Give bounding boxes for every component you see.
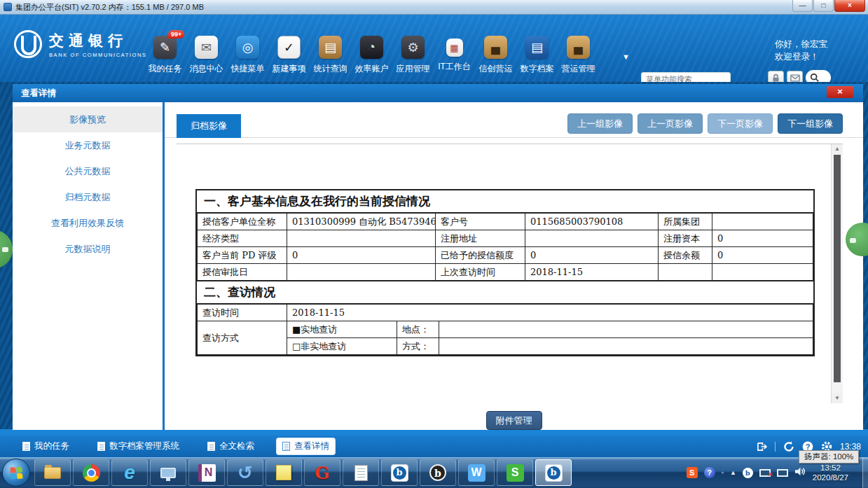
bocom-logo-icon: b xyxy=(391,464,408,482)
nav-item-quick-menu[interactable]: ◎ 快捷菜单 xyxy=(228,36,267,75)
nav-item-efficiency-account[interactable]: ◔ 效率账户 xyxy=(352,36,391,75)
envelope-icon: ✉ xyxy=(195,36,218,59)
next-page-button[interactable]: 下一页影像 xyxy=(708,113,773,134)
sidebar-item-public-metadata[interactable]: 公共元数据 xyxy=(13,158,163,184)
close-window-button[interactable]: × xyxy=(834,0,865,12)
apptab-view-detail[interactable]: 查看详情 xyxy=(277,438,335,454)
nav-item-operations-management[interactable]: ▄ 营运管理 xyxy=(559,36,598,75)
taskbar-swirl-app[interactable]: ↺ xyxy=(227,459,263,486)
logout-button[interactable] xyxy=(757,442,767,452)
bank-logo: 交通银行 BANK OF COMMUNICATIONS xyxy=(14,30,147,58)
statistics-icon: ▤ xyxy=(319,36,342,59)
scroll-up-arrow[interactable]: ▲ xyxy=(832,144,843,154)
taskbar-bocom-client[interactable]: b xyxy=(381,459,418,486)
document-icon xyxy=(97,442,105,451)
user-greeting: 你好，徐宏宝 欢迎登录！ xyxy=(775,38,827,63)
display-tray-icon[interactable] xyxy=(777,469,788,477)
taskbar-remote-desktop[interactable] xyxy=(150,459,186,486)
nav-item-new-item[interactable]: ✓ 新建事项 xyxy=(270,36,308,75)
desk-icon: ▄ xyxy=(484,36,507,59)
nav-item-message-center[interactable]: ✉ 消息中心 xyxy=(187,36,226,75)
monitor-icon xyxy=(160,468,176,478)
next-group-button[interactable]: 下一组影像 xyxy=(778,113,843,134)
taskbar-bocom-tool[interactable]: b xyxy=(420,459,456,486)
viewer-scrollbar[interactable]: ▲ ▼ xyxy=(831,144,843,403)
taskbar-wps-spreadsheet[interactable]: S xyxy=(497,459,533,486)
bank-name-cn: 交通银行 xyxy=(49,31,147,50)
checkmark-icon: ✓ xyxy=(277,36,301,59)
network-error-icon[interactable]: × xyxy=(759,469,771,477)
dialog-sidebar: 影像预览 业务元数据 公共元数据 归档元数据 查看利用效果反馈 元数据说明 xyxy=(13,102,163,430)
apptab-digital-archive-system[interactable]: 数字档案管理系统 xyxy=(92,438,185,454)
start-button[interactable] xyxy=(2,459,30,487)
tab-archived-image[interactable]: 归档影像 xyxy=(177,114,241,138)
taskbar-sticky-notes[interactable] xyxy=(266,459,302,486)
bocom-logo-icon: b xyxy=(545,464,563,482)
sidebar-item-usage-feedback[interactable]: 查看利用效果反馈 xyxy=(13,210,163,236)
taskbar-bocom-platform-active[interactable]: b xyxy=(535,459,572,486)
sidebar-item-image-preview[interactable]: 影像预览 xyxy=(13,106,163,132)
nav-item-digital-archive[interactable]: ▤ 数字档案 xyxy=(518,36,556,75)
dialog-close-button[interactable]: × xyxy=(827,86,853,98)
prev-group-button[interactable]: 上一组影像 xyxy=(567,113,633,134)
sidebar-item-archive-metadata[interactable]: 归档元数据 xyxy=(13,184,163,210)
g-logo-icon: G xyxy=(315,463,329,483)
image-viewer: 一、客户基本信息及在我行的当前授信情况 授信客户单位全称 01310300999… xyxy=(177,144,843,403)
taskbar-onenote[interactable]: N xyxy=(188,459,225,486)
bank-logo-icon xyxy=(14,30,42,58)
volume-icon[interactable] xyxy=(794,466,806,480)
doc-section2-title: 二、查访情况 xyxy=(197,281,813,304)
sidebar-item-metadata-notes[interactable]: 元数据说明 xyxy=(13,236,163,262)
nav-item-xinchuang-ops[interactable]: ▄ 信创营运 xyxy=(476,36,515,75)
taskbar-chrome[interactable] xyxy=(73,459,109,486)
system-clock[interactable]: 13:52 2020/8/27 xyxy=(813,463,848,482)
taskbar-wps-writer[interactable]: W xyxy=(458,459,495,486)
scrollbar-thumb[interactable] xyxy=(834,155,841,382)
nav-item-my-tasks[interactable]: ✎ 99+ 我的任务 xyxy=(146,36,184,75)
svg-text:?: ? xyxy=(806,442,811,451)
efficiency-icon: ◔ xyxy=(360,36,383,59)
nav-item-statistics-query[interactable]: ▤ 统计查询 xyxy=(311,36,350,75)
document-icon xyxy=(282,442,290,451)
nav-item-app-management[interactable]: ⚙ 应用管理 xyxy=(394,36,432,75)
tray-mini-icon[interactable]: ▫ xyxy=(722,469,724,476)
maximize-button[interactable]: □ xyxy=(813,0,834,12)
folder-icon xyxy=(44,467,61,479)
my-tasks-icon: ✎ xyxy=(153,36,177,59)
mail-icon xyxy=(790,74,800,82)
basic-info-table: 授信客户单位全称 01310300999 自动化 B5473946 客户号 01… xyxy=(197,213,813,281)
dialog-titlebar: 查看详情 × xyxy=(13,84,863,102)
minimize-button[interactable]: — xyxy=(792,0,813,12)
bocom-tray-icon[interactable]: b xyxy=(743,468,753,478)
table-row: 查访方式 ■实地查访 地点： xyxy=(198,321,813,338)
window-titlebar: 集团办公平台(SIT) v2.70.2 内存：155.1 MB / 297.0 … xyxy=(0,0,868,15)
nav-item-it-workbench[interactable]: ▦ IT工作台 xyxy=(435,36,474,75)
sogou-input-icon[interactable]: S xyxy=(687,467,698,478)
speaker-tooltip: 扬声器: 100% xyxy=(799,450,859,463)
show-desktop-button[interactable] xyxy=(862,457,868,488)
ie-icon: e xyxy=(124,463,135,482)
header-nav: ✎ 99+ 我的任务 ✉ 消息中心 ◎ 快捷菜单 ✓ 新建事项 ▤ 统计查询 ◔… xyxy=(146,36,600,75)
taskbar-internet-explorer[interactable]: e xyxy=(111,459,148,486)
taskbar-explorer[interactable] xyxy=(34,459,71,486)
apptab-my-tasks[interactable]: 我的任务 xyxy=(17,438,75,454)
sidebar-item-business-metadata[interactable]: 业务元数据 xyxy=(13,132,163,158)
chrome-icon xyxy=(83,464,100,482)
taskbar-g-app[interactable]: G xyxy=(304,459,340,486)
refresh-button[interactable] xyxy=(783,441,794,452)
apptab-fulltext-search[interactable]: 全文检索 xyxy=(202,438,260,454)
onenote-icon: N xyxy=(198,464,216,482)
document-icon xyxy=(207,442,215,451)
prev-page-button[interactable]: 上一页影像 xyxy=(638,113,703,134)
chevron-down-icon[interactable]: ▼ xyxy=(622,53,630,61)
scroll-down-arrow[interactable]: ▼ xyxy=(832,393,843,403)
table-row: 查访时间 2018-11-15 xyxy=(198,305,813,321)
attachment-management-button[interactable]: 附件管理 xyxy=(486,411,542,430)
table-row: 授信审批日 上次查访时间 2018-11-15 xyxy=(198,264,813,281)
document-page: 一、客户基本信息及在我行的当前授信情况 授信客户单位全称 01310300999… xyxy=(195,189,815,356)
divider xyxy=(775,442,776,452)
wps-spreadsheet-icon: S xyxy=(507,464,524,482)
taskbar-notepad[interactable] xyxy=(343,459,379,486)
help-tray-icon[interactable]: ? xyxy=(704,467,715,478)
show-hidden-icons[interactable]: ▲ xyxy=(730,469,736,476)
